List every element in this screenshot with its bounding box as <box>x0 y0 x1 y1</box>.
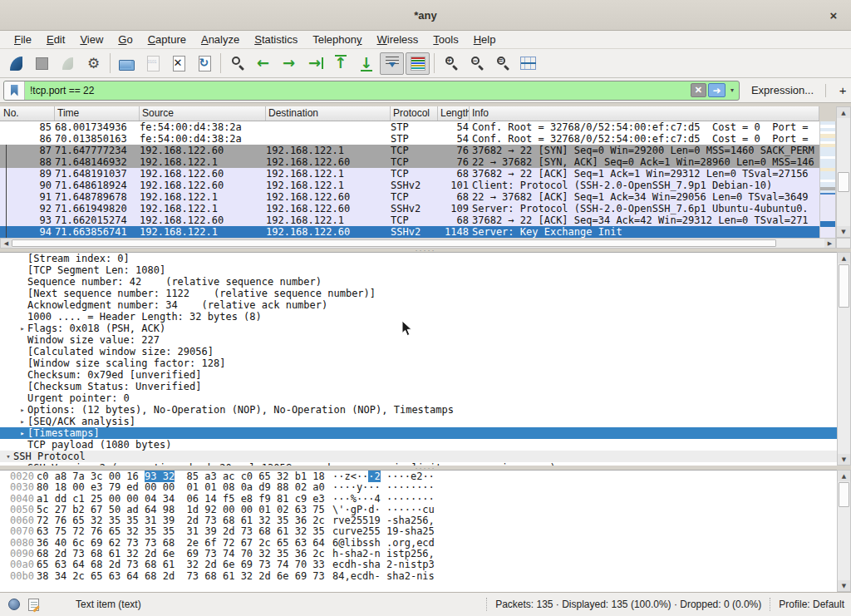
zoom-reset-button[interactable]: = <box>490 52 514 75</box>
zoom-in-button[interactable]: + <box>439 52 463 75</box>
scrollbar-thumb[interactable] <box>838 172 849 192</box>
start-capture-button[interactable] <box>4 52 28 75</box>
menu-edit[interactable]: Edit <box>39 32 72 47</box>
profile-text[interactable]: Profile: Default <box>779 599 844 610</box>
hex-row-0050[interactable]: 00505c 27 b2 67 50 ad 64 98 1d 92 00 00 … <box>0 505 837 515</box>
column-header-destination[interactable]: Destination <box>266 106 391 121</box>
detail-line[interactable]: 1000 .... = Header Length: 32 bytes (8) <box>0 311 837 323</box>
hex-row-00b0[interactable]: 00b038 34 2c 65 63 64 68 2d 73 68 61 32 … <box>0 571 837 582</box>
details-vscrollbar[interactable]: ▲ ▼ <box>837 252 851 466</box>
scroll-down-icon[interactable]: ▼ <box>838 454 850 465</box>
go-forward-button[interactable]: → <box>277 52 301 75</box>
menu-wireless[interactable]: Wireless <box>370 32 426 47</box>
find-packet-button[interactable] <box>225 52 249 75</box>
scroll-up-icon[interactable]: ▲ <box>838 253 850 264</box>
intelligent-scrollbar-minimap[interactable] <box>819 121 836 238</box>
splitter-handle[interactable]: ····· <box>416 249 436 251</box>
packet-row-94[interactable]: 9471.663856741192.168.122.1192.168.122.6… <box>0 226 819 238</box>
expand-right-icon[interactable]: ▸ <box>17 323 27 334</box>
scroll-up-icon[interactable]: ▲ <box>838 471 850 481</box>
hex-row-0030[interactable]: 003080 18 00 e3 79 ed 00 00 01 01 08 0a … <box>0 482 837 493</box>
menu-go[interactable]: Go <box>111 32 140 47</box>
scroll-down-icon[interactable]: ▼ <box>838 580 850 591</box>
menu-telephony[interactable]: Telephony <box>305 32 369 47</box>
packet-row-88[interactable]: 8871.648146932192.168.122.1192.168.122.6… <box>0 156 819 168</box>
hex-row-0080[interactable]: 008036 40 6c 69 62 73 73 68 2e 6f 72 67 … <box>0 538 837 549</box>
expand-right-icon[interactable]: ▸ <box>17 404 27 416</box>
packet-row-93[interactable]: 9371.662015274192.168.122.60192.168.122.… <box>0 214 819 226</box>
column-header-protocol[interactable]: Protocol <box>391 106 438 121</box>
go-back-button[interactable]: ← <box>251 52 275 75</box>
packet-details-pane[interactable]: [Stream index: 0][TCP Segment Len: 1080]… <box>0 252 837 466</box>
detail-line[interactable]: [Calculated window size: 29056] <box>0 346 837 357</box>
resize-columns-button[interactable] <box>516 52 540 75</box>
scroll-right-icon[interactable]: ▶ <box>824 239 835 248</box>
capture-comment-icon[interactable] <box>28 599 39 611</box>
filter-bookmark-button[interactable] <box>4 81 25 100</box>
detail-line[interactable]: ▾SSH Protocol <box>0 451 837 462</box>
detail-line[interactable]: Sequence number: 42 (relative sequence n… <box>0 276 837 288</box>
column-header-info[interactable]: Info <box>470 106 819 121</box>
filter-apply-button[interactable]: ➜ <box>708 83 726 97</box>
menu-analyze[interactable]: Analyze <box>194 32 247 47</box>
column-header-source[interactable]: Source <box>140 106 266 121</box>
restart-capture-button[interactable] <box>56 52 80 75</box>
detail-line[interactable]: TCP payload (1080 bytes) <box>0 439 837 451</box>
stop-capture-button[interactable] <box>30 52 54 75</box>
open-file-button[interactable] <box>115 52 139 75</box>
detail-line[interactable]: ▸Flags: 0x018 (PSH, ACK) <box>0 323 837 334</box>
detail-line[interactable]: [Checksum Status: Unverified] <box>0 381 837 392</box>
display-filter-input[interactable]: !tcp.port == 22 <box>25 85 691 96</box>
packet-row-87[interactable]: 8771.647777234192.168.122.60192.168.122.… <box>0 145 819 156</box>
hex-row-0090[interactable]: 009068 2d 73 68 61 32 2d 6e 69 73 74 70 … <box>0 549 837 559</box>
splitter-handle[interactable]: ····· <box>416 467 436 469</box>
close-icon[interactable]: × <box>826 7 841 22</box>
detail-line[interactable]: Urgent pointer: 0 <box>0 392 837 404</box>
detail-line[interactable]: Acknowledgment number: 34 (relative ack … <box>0 299 837 311</box>
menu-help[interactable]: Help <box>466 32 504 47</box>
scroll-down-icon[interactable]: ▼ <box>837 226 850 237</box>
go-to-packet-button[interactable]: → <box>303 52 327 75</box>
expand-down-icon[interactable]: ▾ <box>3 451 13 462</box>
title-bar[interactable]: *any × <box>0 0 851 31</box>
packet-bytes-pane[interactable]: 0020c0 a8 7a 3c 00 16 93 32 85 a3 ac c0 … <box>0 470 837 592</box>
menu-tools[interactable]: Tools <box>426 32 465 47</box>
menu-file[interactable]: File <box>7 32 39 47</box>
detail-line[interactable]: [Stream index: 0] <box>0 253 837 264</box>
expression-button[interactable]: Expression... <box>751 84 814 96</box>
save-file-button[interactable] <box>140 52 165 75</box>
detail-line[interactable]: ▸Options: (12 bytes), No-Operation (NOP)… <box>0 404 837 416</box>
column-header-no[interactable]: No. <box>0 106 55 121</box>
last-packet-button[interactable]: ↓ <box>354 52 378 75</box>
scrollbar-thumb[interactable] <box>839 264 849 308</box>
packet-row-85[interactable]: 8568.001734936fe:54:00:d4:38:2aSTP54Conf… <box>0 121 819 133</box>
packet-list-vscrollbar[interactable]: ▲ ▼ <box>836 106 851 238</box>
packet-row-90[interactable]: 9071.648618924192.168.122.60192.168.122.… <box>0 180 819 191</box>
menu-statistics[interactable]: Statistics <box>247 32 305 47</box>
detail-line[interactable]: Window size value: 227 <box>0 334 837 346</box>
detail-line[interactable]: [Next sequence number: 1122 (relative se… <box>0 288 837 299</box>
detail-line[interactable]: [TCP Segment Len: 1080] <box>0 264 837 276</box>
column-header-length[interactable]: Length <box>438 106 470 121</box>
detail-line[interactable]: Checksum: 0x79ed [unverified] <box>0 369 837 381</box>
first-packet-button[interactable]: ↑ <box>328 52 352 75</box>
close-capture-button[interactable] <box>166 52 190 75</box>
expand-right-icon[interactable]: ▸ <box>17 416 27 427</box>
add-filter-button[interactable]: + <box>834 83 851 97</box>
hex-row-0040[interactable]: 0040a1 dd c1 25 00 00 04 34 06 14 f5 e8 … <box>0 494 837 505</box>
scrollbar-thumb[interactable] <box>839 482 849 507</box>
packet-row-86[interactable]: 8670.013850163fe:54:00:d4:38:2aSTP54Conf… <box>0 133 819 145</box>
hex-row-0020[interactable]: 0020c0 a8 7a 3c 00 16 93 32 85 a3 ac c0 … <box>0 471 837 482</box>
scrollbar-thumb[interactable] <box>12 239 776 247</box>
reload-button[interactable] <box>192 52 216 75</box>
detail-line[interactable]: [Window size scaling factor: 128] <box>0 357 837 369</box>
expert-info-icon[interactable] <box>8 599 20 610</box>
bytes-vscrollbar[interactable]: ▲ ▼ <box>837 470 851 592</box>
hex-row-0070[interactable]: 007063 75 72 76 65 32 35 35 31 39 2d 73 … <box>0 526 837 537</box>
menu-capture[interactable]: Capture <box>140 32 194 47</box>
menu-view[interactable]: View <box>72 32 111 47</box>
packet-row-92[interactable]: 9271.661949820192.168.122.1192.168.122.6… <box>0 203 819 214</box>
column-header-time[interactable]: Time <box>55 106 140 121</box>
colorize-button[interactable] <box>406 52 430 75</box>
hex-row-00a0[interactable]: 00a065 63 64 68 2d 73 68 61 32 2d 6e 69 … <box>0 559 837 570</box>
